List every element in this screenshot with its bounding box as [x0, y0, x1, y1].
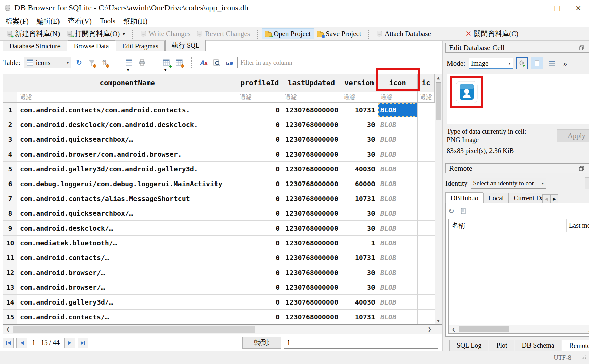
lastUpdated-cell[interactable]: 1230768000000: [282, 132, 341, 147]
version-cell[interactable]: 30: [341, 117, 378, 132]
refresh-button[interactable]: ↻: [74, 58, 84, 67]
row-number[interactable]: 9: [3, 221, 17, 236]
menu-tools[interactable]: Tools: [96, 16, 119, 26]
clipped-cell[interactable]: [418, 295, 435, 310]
float-dock-icon[interactable]: [579, 166, 584, 171]
menu-file[interactable]: 檔案(F): [2, 16, 33, 27]
version-cell[interactable]: 10731: [341, 250, 378, 265]
icon-cell[interactable]: BLOB: [378, 147, 418, 162]
vertical-scrollbar-thumb[interactable]: [436, 82, 441, 120]
column-header-profileId[interactable]: profileId: [237, 74, 282, 92]
version-cell[interactable]: 10731: [341, 191, 378, 206]
print-button[interactable]: [137, 58, 147, 67]
profileId-cell[interactable]: 0: [237, 162, 282, 176]
row-number[interactable]: 3: [3, 132, 17, 147]
version-cell[interactable]: 30: [341, 147, 378, 162]
revert-changes-button[interactable]: Revert Changes: [193, 29, 253, 39]
scroll-down-icon[interactable]: ▼: [435, 317, 442, 324]
scroll-up-icon[interactable]: ▲: [435, 74, 442, 81]
version-cell[interactable]: 30: [341, 206, 378, 221]
scroll-left-icon[interactable]: ❮: [3, 325, 13, 334]
version-cell[interactable]: 40030: [341, 162, 378, 176]
componentName-cell[interactable]: com.android.browser/…: [17, 280, 237, 295]
lastUpdated-cell[interactable]: 1230768000000: [282, 265, 341, 280]
lastUpdated-cell[interactable]: 1230768000000: [282, 117, 341, 132]
profileId-cell[interactable]: 0: [237, 103, 282, 117]
font-format-button[interactable]: AA: [199, 58, 208, 67]
remote-list-column-last-modified[interactable]: Last mo: [567, 219, 589, 232]
row-number[interactable]: 2: [3, 117, 17, 132]
clipped-cell[interactable]: [418, 117, 435, 132]
apply-button[interactable]: Apply: [557, 129, 589, 142]
version-cell[interactable]: 1: [341, 236, 378, 250]
column-header-componentName[interactable]: componentName: [17, 74, 237, 92]
lastUpdated-cell[interactable]: 1230768000000: [282, 206, 341, 221]
componentName-cell[interactable]: com.android.deskclock/com.android.deskcl…: [17, 117, 237, 132]
icon-cell[interactable]: BLOB: [378, 191, 418, 206]
clipped-cell[interactable]: [418, 250, 435, 265]
icon-cell[interactable]: BLOB: [378, 132, 418, 147]
icon-cell[interactable]: BLOB: [378, 206, 418, 221]
overflow-chevron-icon[interactable]: »: [563, 59, 567, 68]
tab-browse-data[interactable]: Browse Data: [68, 40, 115, 51]
lastUpdated-cell[interactable]: 1230768000000: [282, 147, 341, 162]
profileId-cell[interactable]: 0: [237, 147, 282, 162]
row-number[interactable]: 1: [3, 103, 17, 117]
remote-list-body[interactable]: [449, 232, 589, 325]
profileId-cell[interactable]: 0: [237, 191, 282, 206]
tab-database-structure[interactable]: Database Structure: [3, 41, 67, 51]
minimize-button[interactable]: ─: [526, 0, 547, 15]
row-number[interactable]: 12: [3, 265, 17, 280]
tab-current-database[interactable]: Current Dat: [509, 193, 542, 203]
filter-version[interactable]: 過濾: [341, 92, 378, 102]
filter-lastUpdated[interactable]: 過濾: [282, 92, 341, 102]
version-cell[interactable]: 60000: [341, 176, 378, 191]
clipped-cell[interactable]: [418, 265, 435, 280]
scroll-left-icon[interactable]: ❮: [449, 325, 458, 333]
profileId-cell[interactable]: 0: [237, 310, 282, 324]
profileId-cell[interactable]: 0: [237, 236, 282, 250]
version-cell[interactable]: 30: [341, 280, 378, 295]
icon-cell[interactable]: BLOB: [378, 221, 418, 236]
last-page-button[interactable]: ▶: [78, 338, 88, 348]
clipped-cell[interactable]: [418, 147, 435, 162]
open-project-button[interactable]: → Open Project: [262, 28, 314, 39]
clipped-cell[interactable]: [418, 162, 435, 176]
profileId-cell[interactable]: 0: [237, 132, 282, 147]
profileId-cell[interactable]: 0: [237, 280, 282, 295]
version-cell[interactable]: 30: [341, 132, 378, 147]
icon-cell[interactable]: BLOB: [378, 176, 418, 191]
clipped-cell[interactable]: [418, 221, 435, 236]
componentName-cell[interactable]: com.android.gallery3d/com.android.galler…: [17, 162, 237, 176]
goto-button[interactable]: 轉到:: [242, 337, 281, 349]
close-button[interactable]: ×: [568, 0, 589, 15]
text-mode-button[interactable]: [531, 57, 543, 69]
clipped-cell[interactable]: [418, 280, 435, 295]
remote-scrollbar-thumb[interactable]: [459, 326, 509, 332]
vertical-scrollbar[interactable]: ▲ ▼: [435, 74, 442, 324]
resize-grip-icon[interactable]: [582, 355, 587, 360]
lastUpdated-cell[interactable]: 1230768000000: [282, 280, 341, 295]
clipped-cell[interactable]: [418, 310, 435, 324]
clipped-cell[interactable]: [418, 191, 435, 206]
clear-filters-button[interactable]: [87, 58, 96, 67]
componentName-cell[interactable]: com.android.contacts/alias.MessageShortc…: [17, 191, 237, 206]
remote-refresh-icon[interactable]: ↻: [448, 207, 454, 215]
componentName-cell[interactable]: com.android.contacts/…: [17, 250, 237, 265]
componentName-cell[interactable]: com.android.deskclock/…: [17, 221, 237, 236]
row-number[interactable]: 4: [3, 147, 17, 162]
remote-clone-icon[interactable]: [460, 207, 467, 215]
profileId-cell[interactable]: 0: [237, 117, 282, 132]
menu-help[interactable]: 幫助(H): [119, 16, 151, 27]
version-cell[interactable]: 40030: [341, 295, 378, 310]
profileId-cell[interactable]: 0: [237, 206, 282, 221]
save-results-button[interactable]: ▼: [124, 58, 134, 67]
tab-dbhub[interactable]: DBHub.io: [445, 192, 483, 203]
componentName-cell[interactable]: com.android.browser/com.android.browser.: [17, 147, 237, 162]
tab-remote[interactable]: Remote: [562, 340, 589, 351]
next-page-button[interactable]: ▶: [64, 338, 75, 348]
filter-componentName[interactable]: 過濾: [17, 92, 237, 102]
componentName-cell[interactable]: com.mediatek.bluetooth/…: [17, 236, 237, 250]
row-number[interactable]: 6: [3, 176, 17, 191]
delete-record-button[interactable]: [174, 58, 184, 67]
